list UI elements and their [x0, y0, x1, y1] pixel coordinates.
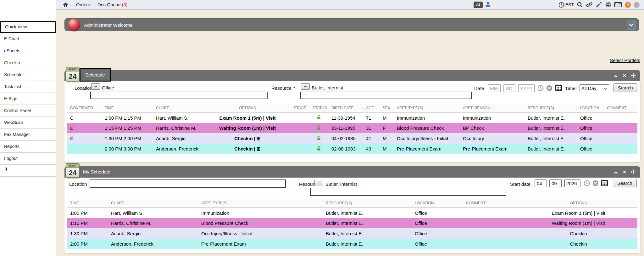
chevron-down-icon: [629, 23, 634, 27]
unlock-icon[interactable]: [309, 123, 328, 133]
schedule-portlet-controls: [613, 70, 636, 81]
close-portlet-icon[interactable]: [622, 73, 627, 78]
resource-input[interactable]: [310, 188, 506, 196]
schedule-table: CONFIRMEDTIMECHART OPTIONSSTAGESTATUS BI…: [67, 104, 637, 154]
my-schedule-portlet-header: My Schedule: [64, 166, 640, 178]
schedule-search-button[interactable]: Search: [613, 83, 637, 92]
sidebar-item-reports[interactable]: Reports: [0, 141, 56, 153]
time-select[interactable]: All Day: [580, 84, 609, 92]
calendar-date-icon: MAY 24: [66, 163, 80, 178]
sidebar-item-control-panel[interactable]: Control Panel: [0, 105, 56, 117]
sidebar-item-checkin[interactable]: Checkin: [0, 57, 56, 69]
home-icon[interactable]: [63, 2, 69, 8]
start-date-dd-input[interactable]: [549, 179, 562, 187]
resource-value: Butler, Internist: [312, 85, 343, 90]
sidebar-item-quick-view[interactable]: Quick View: [0, 21, 56, 33]
select-chevron-icon: [604, 86, 607, 91]
sidebar-item-scheduler[interactable]: Scheduler: [0, 69, 56, 81]
row-options-link[interactable]: Checkin: [519, 239, 637, 249]
link-icon[interactable]: [586, 2, 593, 8]
search-icon[interactable]: [577, 2, 583, 8]
keyboard-icon[interactable]: [614, 2, 622, 8]
time-select-value: All Day: [581, 86, 597, 91]
row-options-link[interactable]: Waiting Room (1m) | Visit: [204, 123, 291, 133]
calendar-picker-icon[interactable]: [601, 179, 608, 186]
row-options-link[interactable]: Checkin | ⊞: [204, 144, 291, 154]
sidebar-item-task-list[interactable]: Task List: [0, 81, 56, 93]
schedule-portlet-body: Location − Office Resource* − Butler, In…: [64, 81, 640, 162]
date-label: Date: [474, 86, 484, 91]
start-date-mm-input[interactable]: [535, 179, 547, 187]
help-icon[interactable]: ?: [625, 2, 631, 8]
my-schedule-row[interactable]: 1:30 PMAcardi, SergioOcc Injury/Illness …: [67, 228, 637, 239]
collapse-portlet-icon[interactable]: [613, 170, 618, 174]
move-portlet-icon[interactable]: [631, 73, 636, 78]
schedule-table-header: CONFIRMEDTIMECHART OPTIONSSTAGESTATUS BI…: [67, 104, 637, 112]
resource-collapse-button[interactable]: −: [314, 180, 323, 186]
close-portlet-icon[interactable]: [622, 170, 627, 174]
calendar-picker-icon[interactable]: [555, 84, 562, 91]
sidebar-item-fax-manager[interactable]: Fax Manager: [0, 129, 56, 141]
sidebar-item-esheets[interactable]: eSheets: [0, 45, 56, 57]
my-schedule-portlet-body: Location Resource − Butler, Internist St…: [64, 178, 640, 253]
schedule-portlet-header: Schedule: [64, 70, 640, 81]
time-label: Time:: [565, 86, 577, 91]
my-schedule-search-button[interactable]: Search: [613, 179, 637, 187]
sidebar-item-logout[interactable]: Logout: [0, 153, 56, 165]
schedule-portlet-title[interactable]: Schedule: [80, 68, 111, 82]
move-portlet-icon[interactable]: [631, 169, 636, 174]
collapse-portlet-icon[interactable]: [613, 74, 618, 78]
location-input[interactable]: [90, 179, 286, 188]
sidebar: Quick View E-Chart eSheets Checkin Sched…: [0, 0, 56, 256]
clear-date-icon[interactable]: [546, 85, 552, 91]
time-picker-icon[interactable]: [584, 180, 590, 186]
welcome-banner: Administrator Welcome: [64, 18, 639, 31]
clock-icon[interactable]: EST: [558, 2, 574, 8]
banner-collapse-button[interactable]: [627, 20, 636, 30]
nav-doc-queue[interactable]: Doc Queue(3): [97, 2, 127, 7]
my-schedule-row[interactable]: 1:15 PMHarris, Christine M.Blood Pressur…: [67, 218, 637, 228]
top-nav: Orders Doc Queue(3) AI EST: [56, 0, 644, 10]
row-options-link[interactable]: Exam Room 1 (5m) | Visit: [519, 208, 637, 218]
unlock-icon[interactable]: [309, 133, 328, 144]
wand-icon[interactable]: [596, 2, 602, 8]
my-schedule-table: TIMECHARTAPPT. TYPE(S) RESOURCE(S)LOCATI…: [67, 199, 637, 249]
start-date-label: Start date: [510, 181, 530, 187]
my-schedule-row[interactable]: 2:00 PMAnderson, FrederickPre-Placement …: [67, 239, 637, 249]
ai-badge[interactable]: AI: [474, 2, 483, 8]
schedule-row[interactable]: C1:15 PM 1:25 PMHarris, Christine M. Wai…: [67, 123, 637, 133]
location-collapse-button[interactable]: −: [91, 83, 100, 90]
nav-orders[interactable]: Orders: [76, 2, 90, 7]
schedule-row[interactable]: 2:00 PM 3:00 PMAnderson, Frederick Check…: [67, 144, 637, 154]
schedule-row[interactable]: C1:00 PM 1:15 PMHart, William S. Exam Ro…: [67, 112, 637, 123]
unlock-icon[interactable]: [309, 144, 328, 154]
schedule-row[interactable]: C1:30 PM 2:00 PMAcardi, Sergio Checkin |…: [67, 133, 637, 144]
resource-input[interactable]: [300, 92, 472, 99]
my-schedule-portlet-controls: [613, 166, 636, 178]
date-mm-input[interactable]: [488, 84, 501, 92]
sidebar-item-e-chart[interactable]: E-Chart: [0, 33, 56, 45]
resource-collapse-button[interactable]: −: [301, 83, 310, 90]
date-yyyy-input[interactable]: [518, 84, 535, 92]
my-schedule-row[interactable]: 1:00 PMHart, William S.Immunization Butl…: [67, 208, 637, 218]
unlock-icon[interactable]: [309, 112, 328, 123]
sidebar-item-e-sign[interactable]: E-Sign: [0, 93, 56, 105]
date-dd-input[interactable]: [503, 84, 515, 92]
location-input[interactable]: [90, 92, 268, 99]
row-options-link[interactable]: Checkin | ⊞: [204, 133, 291, 144]
select-portlets-link[interactable]: Select Portlets: [610, 58, 640, 63]
globe-icon[interactable]: [605, 2, 611, 8]
row-options-link[interactable]: Checkin: [519, 228, 637, 239]
user-icon[interactable]: [485, 1, 491, 9]
start-date-yyyy-input[interactable]: [564, 179, 580, 187]
sidebar-item-webscan[interactable]: WebScan: [0, 117, 56, 129]
time-picker-icon[interactable]: [537, 85, 544, 91]
top-nav-right: AI EST: [474, 1, 644, 9]
resource-label: Resource*: [271, 85, 295, 91]
row-options-link[interactable]: Exam Room 1 (5m) | Visit: [204, 112, 291, 123]
doc-queue-count: (3): [122, 2, 128, 7]
row-options-link[interactable]: Waiting Room (1m) | Visit: [519, 218, 637, 228]
resource-value: Butler, Internist: [325, 181, 357, 187]
pin-sidebar-icon[interactable]: [0, 165, 56, 177]
clear-date-icon[interactable]: [592, 180, 599, 186]
